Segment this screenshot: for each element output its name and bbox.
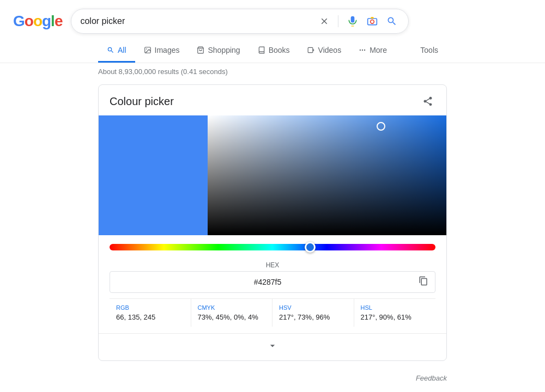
copy-button[interactable] bbox=[419, 276, 428, 288]
tab-books-label: Books bbox=[269, 46, 290, 54]
header: Google bbox=[0, 0, 545, 34]
hue-slider-section bbox=[99, 235, 446, 256]
copy-icon bbox=[419, 276, 428, 286]
tab-shopping[interactable]: Shopping bbox=[188, 39, 249, 63]
camera-icon bbox=[367, 16, 378, 27]
svg-marker-7 bbox=[312, 49, 314, 52]
color-picker-area[interactable] bbox=[99, 115, 446, 235]
cmyk-box: CMYK 73%, 45%, 0%, 4% bbox=[191, 299, 273, 327]
rgb-box: RGB 66, 135, 245 bbox=[110, 299, 191, 327]
svg-rect-6 bbox=[308, 47, 313, 52]
hsv-box: HSV 217°, 73%, 96% bbox=[272, 299, 354, 327]
tab-tools[interactable]: Tools bbox=[411, 39, 447, 63]
hsl-value: 217°, 90%, 61% bbox=[361, 313, 429, 321]
more-dots-icon bbox=[359, 46, 366, 54]
close-icon bbox=[319, 16, 329, 26]
hex-label: HEX bbox=[266, 261, 280, 269]
cmyk-value: 73%, 45%, 0%, 4% bbox=[198, 313, 266, 321]
results-info: About 8,93,00,000 results (0.41 seconds) bbox=[0, 63, 545, 80]
images-tab-icon bbox=[144, 46, 152, 54]
svg-point-4 bbox=[146, 48, 147, 50]
tab-tools-label: Tools bbox=[420, 46, 438, 54]
books-tab-icon bbox=[258, 46, 265, 54]
hsv-value: 217°, 73%, 96% bbox=[279, 313, 347, 321]
tab-all-label: All bbox=[118, 46, 126, 54]
microphone-icon bbox=[347, 16, 358, 27]
svg-point-9 bbox=[362, 50, 363, 51]
color-gradient[interactable] bbox=[208, 115, 446, 235]
search-icons bbox=[317, 14, 399, 29]
color-picker-card: Colour picker HEX bbox=[98, 84, 447, 361]
share-button[interactable] bbox=[420, 94, 435, 109]
svg-point-8 bbox=[360, 50, 361, 51]
rgb-value: 66, 135, 245 bbox=[116, 313, 184, 321]
card-title: Colour picker bbox=[110, 95, 174, 108]
feedback-link[interactable]: Feedback bbox=[416, 374, 447, 382]
color-preview bbox=[99, 115, 208, 235]
expand-button[interactable] bbox=[267, 340, 278, 354]
tab-all[interactable]: All bbox=[98, 39, 135, 63]
google-logo[interactable]: Google bbox=[13, 13, 62, 30]
search-bar bbox=[71, 9, 409, 34]
svg-rect-0 bbox=[352, 26, 354, 26]
divider bbox=[338, 15, 338, 27]
feedback-label: Feedback bbox=[416, 374, 447, 382]
gradient-canvas[interactable] bbox=[208, 115, 446, 235]
hsv-label: HSV bbox=[279, 304, 347, 311]
search-button[interactable] bbox=[384, 14, 399, 29]
hex-input-wrap bbox=[110, 271, 435, 293]
feedback-section: Feedback bbox=[0, 372, 545, 384]
chevron-down-icon bbox=[267, 340, 278, 351]
hsl-box: HSL 217°, 90%, 61% bbox=[354, 299, 436, 327]
clear-button[interactable] bbox=[317, 14, 331, 28]
svg-point-10 bbox=[364, 50, 365, 51]
search-icon bbox=[386, 16, 397, 27]
hex-input[interactable] bbox=[117, 278, 419, 286]
card-header: Colour picker bbox=[99, 85, 446, 115]
tab-books[interactable]: Books bbox=[249, 39, 299, 63]
share-icon bbox=[422, 96, 433, 107]
color-values: RGB 66, 135, 245 CMYK 73%, 45%, 0%, 4% H… bbox=[110, 298, 435, 327]
search-bar-container bbox=[71, 9, 409, 34]
tabs-nav: All Images Shopping Books Videos bbox=[0, 39, 545, 63]
hue-slider-wrap bbox=[110, 243, 435, 252]
voice-search-button[interactable] bbox=[345, 14, 360, 29]
tab-videos-label: Videos bbox=[318, 46, 342, 54]
hsl-label: HSL bbox=[361, 304, 429, 311]
svg-point-2 bbox=[371, 20, 374, 24]
tab-more[interactable]: More bbox=[350, 39, 396, 63]
hex-section: HEX bbox=[99, 256, 446, 298]
shopping-tab-icon bbox=[197, 46, 204, 54]
cmyk-label: CMYK bbox=[198, 304, 266, 311]
tab-images-label: Images bbox=[155, 46, 180, 54]
videos-tab-icon bbox=[307, 46, 315, 54]
search-input[interactable] bbox=[80, 16, 313, 26]
hue-slider[interactable] bbox=[110, 244, 435, 250]
rgb-label: RGB bbox=[116, 304, 184, 311]
image-search-button[interactable] bbox=[365, 14, 380, 29]
search-tab-icon bbox=[107, 46, 114, 54]
tab-images[interactable]: Images bbox=[135, 39, 189, 63]
tab-shopping-label: Shopping bbox=[208, 46, 240, 54]
tab-videos[interactable]: Videos bbox=[299, 39, 350, 63]
tab-more-label: More bbox=[370, 46, 387, 54]
expand-section bbox=[99, 333, 446, 360]
